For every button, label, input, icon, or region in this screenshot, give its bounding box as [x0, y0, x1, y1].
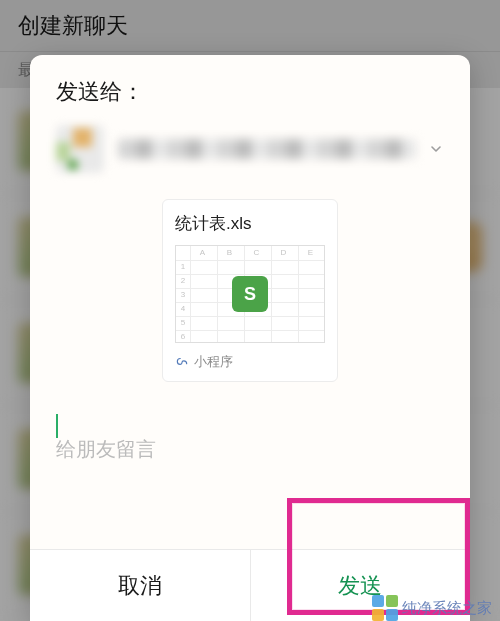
cancel-button[interactable]: 取消	[30, 550, 250, 621]
message-input[interactable]	[56, 438, 444, 461]
send-button-label: 发送	[338, 571, 382, 601]
message-input-wrap[interactable]	[30, 396, 470, 471]
recipient-row[interactable]	[56, 125, 444, 173]
recipient-avatar	[56, 125, 104, 173]
attachment-type-label: 小程序	[194, 353, 233, 371]
recipient-name-obscured	[118, 139, 416, 159]
attachment-meta: 小程序	[175, 353, 325, 371]
send-button[interactable]: 发送	[250, 550, 471, 621]
share-dialog: 发送给： 统计表.xls A B	[30, 55, 470, 621]
attachment-card[interactable]: 统计表.xls A B C D E 1 2 3	[162, 199, 338, 382]
text-caret	[56, 414, 58, 438]
chevron-down-icon[interactable]	[428, 141, 444, 157]
cancel-button-label: 取消	[118, 571, 162, 601]
spreadsheet-icon: S	[232, 276, 268, 312]
attachment-preview: A B C D E 1 2 3 4 5 6 S	[175, 245, 325, 343]
dialog-title: 发送给：	[56, 77, 444, 107]
miniprogram-icon	[175, 355, 189, 369]
dialog-footer: 取消 发送	[30, 549, 470, 621]
spreadsheet-icon-letter: S	[244, 284, 256, 305]
attachment-filename: 统计表.xls	[175, 212, 325, 235]
